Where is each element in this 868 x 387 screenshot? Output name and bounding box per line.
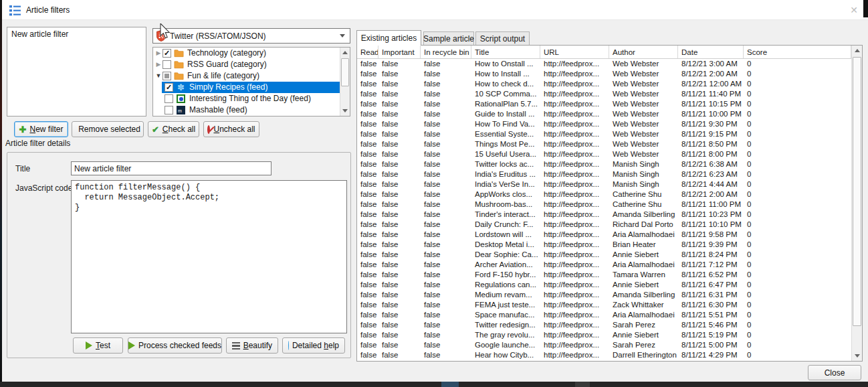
table-row[interactable]: false false false India's Eruditus ... h… <box>357 169 851 179</box>
cell-date: 8/11/21 10:15 PM <box>678 99 744 109</box>
tree-item-interesting-thing[interactable]: Interesting Thing of the Day (feed) <box>153 93 340 104</box>
table-row[interactable]: false false false Dear Sophie: Ca... htt… <box>357 250 851 260</box>
cell-score: 0 <box>744 320 851 330</box>
process-checked-feeds-button[interactable]: Process checked feeds <box>128 337 222 354</box>
existing-articles-table[interactable]: Read Important In recycle bin Title URL … <box>356 45 863 362</box>
table-row[interactable]: false false false Guide to Install ... h… <box>357 109 851 119</box>
table-row[interactable]: false false false Desktop Metal i... htt… <box>357 240 851 250</box>
table-row[interactable]: false false false How to Install ... htt… <box>357 69 851 79</box>
table-row[interactable]: false false false Twitter redesign... ht… <box>357 320 851 330</box>
checkbox-checked[interactable]: ✓ <box>165 83 173 92</box>
table-row[interactable]: false false false Medium revam... http:/… <box>357 290 851 300</box>
scroll-up-icon[interactable] <box>340 48 350 58</box>
tab-existing-articles[interactable]: Existing articles <box>356 30 421 46</box>
table-row[interactable]: false false false Daily Crunch: F... htt… <box>357 220 851 230</box>
cell-read: false <box>357 69 378 79</box>
cell-recycle: false <box>421 179 471 189</box>
expander-icon[interactable]: ▼ <box>155 70 162 82</box>
table-body[interactable]: false false false How to Onstall ... htt… <box>357 59 851 361</box>
table-scrollbar[interactable] <box>851 46 862 361</box>
checkbox-checked[interactable]: ✓ <box>162 49 171 58</box>
table-row[interactable]: false false false 15 Useful Usera... htt… <box>357 149 851 159</box>
table-row[interactable]: false false false 10 SCP Comma... http:/… <box>357 89 851 99</box>
table-header[interactable]: Read Important In recycle bin Title URL … <box>357 46 851 59</box>
table-row[interactable]: false false false Mushroom-bas... http:/… <box>357 200 851 210</box>
column-header-important[interactable]: Important <box>378 46 421 58</box>
column-header-score[interactable]: Score <box>744 46 851 58</box>
cell-url: http://feedprox... <box>540 149 609 159</box>
cell-read: false <box>357 300 378 310</box>
table-row[interactable]: false false false How to Onstall ... htt… <box>357 59 851 69</box>
table-row[interactable]: false false false FEMA just teste... htt… <box>357 300 851 310</box>
uncheck-all-button[interactable]: Uncheck all <box>203 121 259 137</box>
cell-important: false <box>378 330 421 340</box>
column-header-url[interactable]: URL <box>540 46 609 58</box>
close-button[interactable]: Close <box>808 365 861 380</box>
column-header-date[interactable]: Date <box>678 46 744 58</box>
tree-item-technology[interactable]: ▶ ✓ Technology (category) <box>153 48 340 59</box>
title-input[interactable]: New article filter <box>71 161 272 175</box>
column-header-title[interactable]: Title <box>471 46 540 58</box>
account-selector[interactable]: Twitter (RSS/ATOM/JSON) <box>152 28 350 44</box>
table-row[interactable]: false false false How To Find Va... http… <box>357 119 851 129</box>
cell-url: http://feedprox... <box>540 270 609 280</box>
filters-list[interactable]: New article filter <box>7 27 146 117</box>
column-header-author[interactable]: Author <box>609 46 678 58</box>
tree-item-mashable[interactable]: m Mashable (feed) <box>153 104 340 116</box>
column-header-recycle[interactable]: In recycle bin <box>421 46 471 58</box>
table-row[interactable]: false false false Lordstown will ... htt… <box>357 230 851 240</box>
table-row[interactable]: false false false Regulations can... htt… <box>357 280 851 290</box>
column-header-read[interactable]: Read <box>357 46 378 58</box>
table-row[interactable]: false false false Tinder's interact... h… <box>357 210 851 220</box>
scroll-down-icon[interactable] <box>340 106 350 116</box>
table-row[interactable]: false false false Ford F-150 hybr... htt… <box>357 270 851 280</box>
cell-score: 0 <box>744 109 851 119</box>
tree-item-rss-guard[interactable]: ▶ RSS Guard (category) <box>153 59 340 70</box>
tab-sample-article[interactable]: Sample article <box>423 31 474 46</box>
cell-author: Brian Heater <box>609 240 678 250</box>
table-row[interactable]: false false false The gray revolu... htt… <box>357 330 851 340</box>
tree-scrollbar[interactable] <box>340 48 350 116</box>
cell-important: false <box>378 290 421 300</box>
table-row[interactable]: false false false Space manufac... http:… <box>357 310 851 320</box>
list-item[interactable]: New article filter <box>7 27 146 41</box>
table-row[interactable]: false false false Archer Aviation... htt… <box>357 260 851 270</box>
checkbox-unchecked[interactable] <box>165 94 173 103</box>
table-row[interactable]: false false false Twitter locks ac... ht… <box>357 159 851 169</box>
js-code-editor[interactable]: function filterMessage() { return Messag… <box>71 180 347 333</box>
tree-scrollbar-thumb[interactable] <box>341 58 349 86</box>
beautify-button[interactable]: Beautify <box>226 337 278 354</box>
table-row[interactable]: false false false India's VerSe In... ht… <box>357 179 851 189</box>
close-icon[interactable]: ✕ <box>848 4 860 16</box>
test-button[interactable]: Test <box>73 337 123 354</box>
cell-recycle: false <box>421 230 471 240</box>
scroll-up-icon[interactable] <box>852 46 862 56</box>
check-all-button[interactable]: ✔ Check all <box>148 121 199 137</box>
table-row[interactable]: false false false AppWorks clos... http:… <box>357 189 851 200</box>
expander-icon[interactable]: ▶ <box>155 59 162 70</box>
cell-score: 0 <box>744 169 851 179</box>
detailed-help-button[interactable]: Detailed help <box>282 337 345 354</box>
table-row[interactable]: false false false RationalPlan 5.7... ht… <box>357 99 851 109</box>
tab-script-output[interactable]: Script output <box>475 31 530 46</box>
checkbox-unchecked[interactable] <box>162 60 171 69</box>
tree-item-fun-and-life[interactable]: ▼ Fun & life (category) <box>153 70 340 82</box>
tree-item-simply-recipes-selected[interactable]: ✓ ✽ Simply Recipes (feed) <box>153 82 340 93</box>
new-filter-button[interactable]: ✚ New filter <box>14 121 68 137</box>
cell-score: 0 <box>744 119 851 129</box>
checkbox-partial[interactable] <box>162 72 171 80</box>
table-row[interactable]: false false false How to check d... http… <box>357 79 851 89</box>
cell-read: false <box>357 189 378 200</box>
expander-icon[interactable]: ▶ <box>155 48 162 59</box>
table-row[interactable]: false false false Things Most Pe... http… <box>357 139 851 149</box>
table-row[interactable]: false false false Essential Syste... htt… <box>357 129 851 139</box>
scroll-down-icon[interactable] <box>852 351 862 361</box>
checkbox-unchecked[interactable] <box>165 106 173 114</box>
table-row[interactable]: false false false Hear how Cityb... http… <box>357 350 851 360</box>
desktop-edge-left <box>0 0 2 387</box>
remove-selected-button[interactable]: Remove selected <box>72 121 144 137</box>
feeds-tree[interactable]: ▶ ✓ Technology (category) ▶ RSS Guard (c… <box>152 47 350 117</box>
cell-url: http://feedprox... <box>540 119 609 129</box>
table-scrollbar-thumb[interactable] <box>853 57 861 326</box>
table-row[interactable]: false false false Google launche... http… <box>357 340 851 350</box>
